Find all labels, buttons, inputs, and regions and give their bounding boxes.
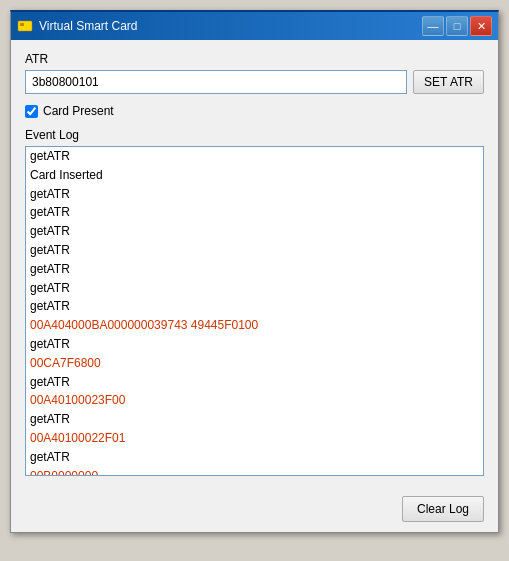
title-bar-left: Virtual Smart Card xyxy=(17,18,137,34)
event-log-label: Event Log xyxy=(25,128,484,142)
list-item: 00A404000BA000000039743 49445F0100 xyxy=(26,316,483,335)
title-bar: Virtual Smart Card — □ ✕ xyxy=(11,12,498,40)
clear-log-button[interactable]: Clear Log xyxy=(402,496,484,522)
list-item: getATR xyxy=(26,260,483,279)
card-present-label: Card Present xyxy=(43,104,114,118)
list-item: getATR xyxy=(26,297,483,316)
window-title: Virtual Smart Card xyxy=(39,19,137,33)
event-log-section: Event Log getATRCard InsertedgetATRgetAT… xyxy=(25,128,484,476)
list-item: getATR xyxy=(26,185,483,204)
atr-label: ATR xyxy=(25,52,484,66)
list-item: getATR xyxy=(26,222,483,241)
svg-rect-1 xyxy=(20,23,24,26)
list-item: 00CA7F6800 xyxy=(26,354,483,373)
list-item: getATR xyxy=(26,279,483,298)
list-item: getATR xyxy=(26,147,483,166)
set-atr-button[interactable]: SET ATR xyxy=(413,70,484,94)
list-item: getATR xyxy=(26,335,483,354)
main-window: Virtual Smart Card — □ ✕ ATR SET ATR Car… xyxy=(10,10,499,533)
list-item: getATR xyxy=(26,203,483,222)
list-item: getATR xyxy=(26,410,483,429)
event-log-container[interactable]: getATRCard InsertedgetATRgetATRgetATRget… xyxy=(25,146,484,476)
minimize-button[interactable]: — xyxy=(422,16,444,36)
smart-card-icon xyxy=(17,18,33,34)
bottom-bar: Clear Log xyxy=(11,488,498,532)
atr-input[interactable] xyxy=(25,70,407,94)
list-item: getATR xyxy=(26,241,483,260)
window-content: ATR SET ATR Card Present Event Log getAT… xyxy=(11,40,498,488)
card-present-checkbox[interactable] xyxy=(25,105,38,118)
atr-row: SET ATR xyxy=(25,70,484,94)
close-button[interactable]: ✕ xyxy=(470,16,492,36)
list-item: getATR xyxy=(26,448,483,467)
svg-rect-0 xyxy=(18,21,32,31)
list-item: 00A40100022F01 xyxy=(26,429,483,448)
card-present-row: Card Present xyxy=(25,104,484,118)
list-item: 00A40100023F00 xyxy=(26,391,483,410)
list-item: 00B0000000 xyxy=(26,467,483,476)
title-bar-controls: — □ ✕ xyxy=(422,16,492,36)
list-item: getATR xyxy=(26,373,483,392)
maximize-button[interactable]: □ xyxy=(446,16,468,36)
list-item: Card Inserted xyxy=(26,166,483,185)
